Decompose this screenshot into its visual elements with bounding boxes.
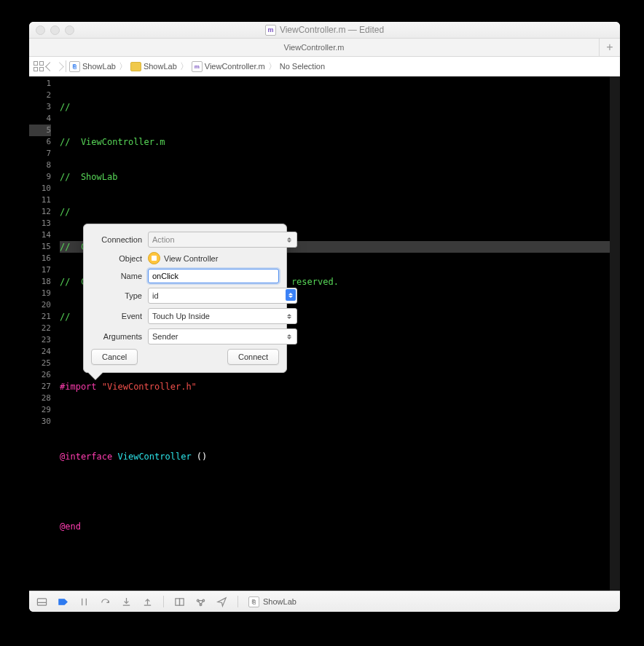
type-label: Type [91, 291, 142, 300]
cancel-button[interactable]: Cancel [91, 349, 138, 365]
debug-sep [237, 596, 238, 607]
connection-popover: Connection Action Object View Controller… [83, 224, 287, 373]
jump-file-label: ViewController.m [205, 62, 265, 71]
viewcontroller-icon [148, 252, 160, 264]
scheme-picker[interactable]: ⎘ ShowLab [248, 596, 297, 607]
hide-debug-icon[interactable] [36, 596, 47, 607]
svg-rect-9 [180, 598, 184, 604]
connection-label: Connection [91, 235, 142, 244]
tab-viewcontroller[interactable]: ViewController.m [29, 39, 600, 56]
type-select[interactable]: id [148, 288, 297, 304]
breakpoints-icon[interactable] [58, 596, 68, 607]
arguments-select[interactable]: Sender [148, 328, 297, 344]
debug-bar: ⎘ ShowLab [29, 591, 620, 612]
connection-select[interactable]: Action [148, 232, 297, 248]
jump-bar-sep [66, 60, 66, 72]
chevron-right-icon: 〉 [180, 60, 189, 73]
svg-rect-0 [37, 598, 46, 604]
minimize-button[interactable] [50, 25, 60, 35]
object-label: Object [91, 254, 142, 263]
location-icon[interactable] [216, 596, 227, 607]
window-title: m ViewController.m — Edited [29, 25, 620, 36]
step-out-icon[interactable] [142, 596, 153, 607]
step-over-icon[interactable] [100, 596, 111, 607]
jump-folder-label: ShowLab [144, 62, 177, 71]
file-m-icon: m [192, 61, 203, 72]
scrollbar[interactable] [610, 76, 620, 591]
step-into-icon[interactable] [121, 596, 132, 607]
jump-bar: ⎘ ShowLab 〉 ShowLab 〉 m ViewController.m… [29, 57, 620, 76]
window-title-text: ViewController.m — Edited [280, 25, 384, 35]
pause-icon[interactable] [79, 596, 90, 607]
jump-project[interactable]: ⎘ ShowLab [69, 61, 116, 72]
event-select[interactable]: Touch Up Inside [148, 308, 297, 324]
file-m-icon: m [265, 25, 276, 36]
xcode-window: m ViewController.m — Edited ViewControll… [29, 22, 620, 612]
name-input[interactable] [148, 269, 279, 283]
object-value: View Controller [148, 252, 279, 264]
svg-rect-8 [176, 598, 180, 604]
project-icon: ⎘ [69, 61, 80, 72]
view-debug-icon[interactable] [174, 596, 185, 607]
line-number-gutter: 1234 5678 9101112 13141516 17181920 2122… [29, 76, 55, 591]
scheme-label: ShowLab [263, 597, 297, 606]
add-tab-button[interactable]: + [600, 39, 620, 56]
arguments-label: Arguments [91, 332, 142, 341]
chevron-right-icon: 〉 [119, 60, 127, 73]
name-label: Name [91, 272, 142, 280]
tabbar: ViewController.m + [29, 39, 620, 57]
chevron-right-icon: 〉 [268, 60, 277, 73]
memory-graph-icon[interactable] [195, 596, 206, 607]
event-label: Event [91, 312, 142, 320]
nav-forward-button[interactable] [56, 63, 63, 70]
jump-selection-label: No Selection [280, 62, 325, 71]
connect-button[interactable]: Connect [227, 349, 279, 365]
debug-sep [163, 596, 164, 607]
jump-file[interactable]: m ViewController.m [192, 61, 265, 72]
jump-selection[interactable]: No Selection [280, 62, 325, 71]
nav-back-button[interactable] [47, 63, 53, 70]
jump-folder[interactable]: ShowLab [130, 62, 177, 71]
tab-label: ViewController.m [284, 43, 345, 52]
window-controls [36, 25, 74, 35]
jump-project-label: ShowLab [82, 62, 116, 71]
titlebar: m ViewController.m — Edited [29, 22, 620, 39]
scheme-icon: ⎘ [248, 596, 259, 607]
related-items-icon[interactable] [34, 61, 44, 71]
close-button[interactable] [36, 25, 45, 35]
folder-icon [130, 62, 141, 71]
zoom-button[interactable] [65, 25, 74, 35]
